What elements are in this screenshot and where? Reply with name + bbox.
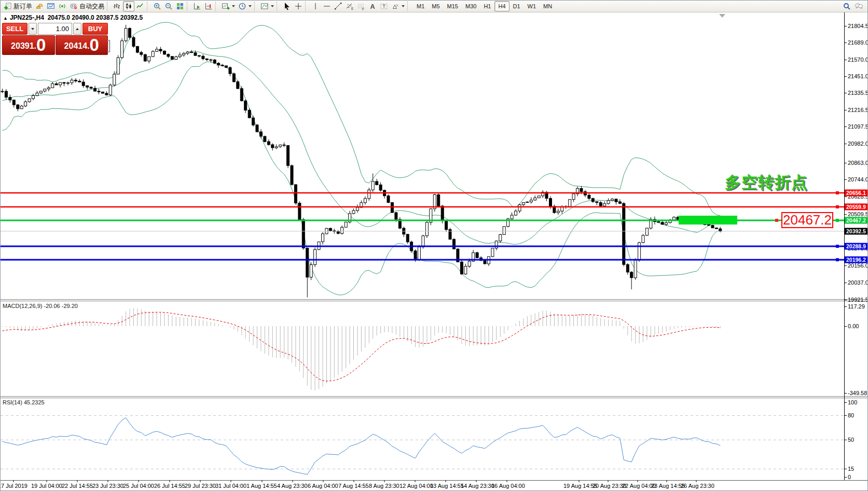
sell-price-box[interactable]: 20391.0 xyxy=(2,35,55,55)
chart-canvas[interactable] xyxy=(1,1,868,491)
trendline-button[interactable] xyxy=(333,1,344,11)
timeframe-m15[interactable]: M15 xyxy=(444,1,462,11)
one-click-trading-panel: SELL BUY 20391.0 20414.0 xyxy=(2,23,108,55)
ohlc-values: 20475.0 20490.0 20387.5 20392.5 xyxy=(48,14,143,21)
line-handle[interactable] xyxy=(836,245,839,248)
price-axis-label: 21804.5 xyxy=(848,23,868,29)
chart-shift-marker xyxy=(719,14,725,18)
chart-shift-button[interactable] xyxy=(203,1,214,11)
buy-price-box[interactable]: 20414.0 xyxy=(56,35,108,55)
svg-text:T: T xyxy=(383,4,385,9)
timeframe-mn[interactable]: MN xyxy=(540,1,556,11)
indicators-button[interactable] xyxy=(259,1,275,11)
line-chart-icon xyxy=(136,2,144,10)
candles-chart-icon xyxy=(125,2,133,10)
line-handle[interactable] xyxy=(836,205,839,208)
rsi-axis-label: 0 xyxy=(848,474,851,480)
volume-increase-button[interactable] xyxy=(73,23,81,35)
text-button[interactable]: A xyxy=(367,1,378,11)
macd-axis-label: 117.29 xyxy=(848,303,865,310)
toolbar-separator xyxy=(107,2,111,11)
timeframe-w1[interactable]: W1 xyxy=(524,1,540,11)
rsi-axis-label: 15 xyxy=(848,466,854,472)
date-axis-label: 20 Aug 23:30 xyxy=(593,483,626,489)
sell-button[interactable]: SELL xyxy=(2,23,27,35)
gold-icon xyxy=(35,2,44,10)
callout-handle[interactable] xyxy=(775,219,778,222)
deposit-button[interactable] xyxy=(34,1,45,11)
crosshair-icon xyxy=(294,2,302,10)
symbol-marker-icon: ▲ xyxy=(3,16,8,21)
date-axis-label: 25 Jul 04:00 xyxy=(123,483,154,489)
macd-indicator-label: MACD(12,26,9) -20.06 -29.20 xyxy=(3,303,78,309)
line-handle[interactable] xyxy=(836,258,839,261)
price-axis-label: 20509.5 xyxy=(848,211,868,217)
line-chart-button[interactable] xyxy=(134,1,146,11)
grid-button[interactable]: F xyxy=(355,1,367,11)
buy-button[interactable]: BUY xyxy=(82,23,108,35)
price-level-badge: 20196.2 xyxy=(845,257,868,263)
timeframe-h1[interactable]: H1 xyxy=(480,1,494,11)
date-axis-label: 31 Jul 04:00 xyxy=(215,483,246,489)
label-icon: T xyxy=(380,2,388,10)
cursor-icon xyxy=(283,2,291,10)
market-watch-button[interactable] xyxy=(45,1,57,11)
hline-button[interactable] xyxy=(321,1,333,11)
new-order-button[interactable]: 新订单 xyxy=(2,1,34,11)
highlight-rectangle-object[interactable] xyxy=(679,216,737,225)
search-icon xyxy=(843,2,851,10)
search-button[interactable] xyxy=(841,1,852,11)
svg-text:F: F xyxy=(362,7,364,11)
timeframe-h4[interactable]: H4 xyxy=(494,1,509,11)
new-order-button-label: 新订单 xyxy=(13,2,32,11)
rsi-axis-label: 80 xyxy=(848,412,854,418)
autotrade-button[interactable]: 自动交易 xyxy=(68,1,106,11)
label-button[interactable]: T xyxy=(378,1,390,11)
toolbar-separator xyxy=(187,2,190,11)
date-axis-label: 4 Aug 23:30 xyxy=(277,483,308,489)
timeframe-m5[interactable]: M5 xyxy=(428,1,443,11)
new-order-icon xyxy=(4,2,12,10)
chart-shift-icon xyxy=(204,2,213,10)
candle-chart-button[interactable] xyxy=(123,1,134,11)
svg-text:A: A xyxy=(370,3,375,10)
volume-decrease-button[interactable] xyxy=(29,23,37,35)
volume-input[interactable] xyxy=(38,23,72,35)
grid-icon: F xyxy=(357,2,365,10)
vline-button[interactable] xyxy=(310,1,321,11)
zoom-out-button[interactable] xyxy=(163,1,174,11)
line-handle[interactable] xyxy=(836,219,839,222)
date-axis-label: 8 Aug 23:30 xyxy=(369,483,399,489)
cursor-button[interactable] xyxy=(281,1,293,11)
price-callout-box[interactable]: 20467.2 xyxy=(781,212,833,228)
shapes-button[interactable] xyxy=(390,1,406,11)
fibonacci-button[interactable]: E xyxy=(344,1,355,11)
bar-chart-button[interactable] xyxy=(112,1,123,11)
price-axis-label: 21335.5 xyxy=(848,90,868,96)
auto-scroll-icon xyxy=(193,2,201,10)
rsi-indicator-label: RSI(14) 45.2325 xyxy=(3,399,45,405)
timeframe-m30[interactable]: M30 xyxy=(462,1,480,11)
zoom-in-button[interactable] xyxy=(151,1,163,11)
periods-button[interactable] xyxy=(237,1,253,11)
chart-text-annotation[interactable]: 多空转折点 xyxy=(725,172,808,193)
auto-scroll-button[interactable] xyxy=(191,1,203,11)
date-axis-label: 7 Aug 14:55 xyxy=(338,483,369,489)
buy-price: 20414 xyxy=(64,38,88,54)
price-level-badge: 20559.9 xyxy=(845,204,868,211)
tile-windows-button[interactable] xyxy=(174,1,186,11)
periods-icon xyxy=(238,2,246,10)
line-handle[interactable] xyxy=(836,191,839,194)
crosshair-button[interactable] xyxy=(293,1,304,11)
spread-bracket: ] xyxy=(107,38,111,53)
timeframe-d1[interactable]: D1 xyxy=(509,1,524,11)
signals-button[interactable] xyxy=(57,1,68,11)
rsi-axis-label: 100 xyxy=(848,399,857,405)
chat-button[interactable] xyxy=(852,1,865,11)
new-chart-button[interactable] xyxy=(220,1,237,11)
price-axis-label: 19921.5 xyxy=(848,297,868,303)
svg-text:E: E xyxy=(351,7,354,10)
hline-icon xyxy=(323,2,331,10)
timeframe-m1[interactable]: M1 xyxy=(413,1,428,11)
toolbar: 新订单自动交易EFATM1M5M15M30H1H4D1W1MN xyxy=(1,1,868,12)
